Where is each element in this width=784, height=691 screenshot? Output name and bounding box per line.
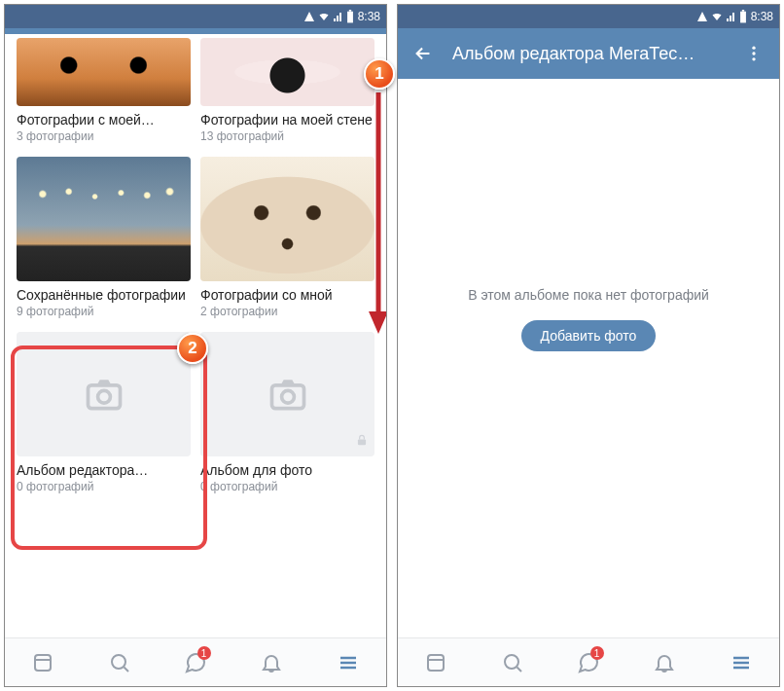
network-icon	[696, 11, 708, 22]
signal-icon	[726, 11, 737, 22]
album-title: Фотографии с моей…	[17, 112, 191, 127]
nav-feed[interactable]	[5, 638, 81, 686]
arrow-left-icon	[412, 43, 434, 64]
album-card-empty[interactable]: Альбом редактора… 0 фотографий	[17, 332, 191, 493]
nav-menu[interactable]	[703, 638, 779, 686]
nav-badge: 1	[197, 646, 211, 660]
album-count: 2 фотографии	[200, 305, 374, 318]
camera-icon	[83, 373, 125, 416]
battery-icon	[346, 10, 354, 23]
svg-rect-0	[347, 12, 353, 23]
album-card[interactable]: Фотографии со мной 2 фотографии	[200, 157, 374, 318]
album-card[interactable]: Фотографии с моей… 3 фотографии	[17, 38, 191, 143]
nav-messages[interactable]: 1	[158, 638, 233, 686]
status-bar: 8:38	[398, 5, 779, 28]
svg-rect-4	[271, 385, 303, 409]
svg-point-9	[112, 655, 125, 669]
album-title: Альбом редактора…	[17, 462, 191, 478]
album-title: Фотографии на моей стене	[200, 112, 374, 127]
empty-state: В этом альбоме пока нет фотографий Добав…	[398, 79, 779, 637]
nav-menu[interactable]	[310, 638, 386, 686]
network-icon	[303, 11, 315, 22]
svg-line-24	[517, 667, 521, 672]
status-icons	[303, 10, 354, 23]
album-title: Сохранённые фотографии	[17, 287, 191, 303]
more-vertical-icon	[744, 44, 764, 63]
svg-rect-21	[428, 655, 444, 671]
status-time: 8:38	[358, 10, 380, 23]
svg-point-3	[97, 390, 110, 403]
svg-point-23	[505, 655, 518, 669]
svg-point-20	[752, 57, 755, 60]
signal-icon	[333, 11, 344, 22]
nav-notifications[interactable]	[626, 638, 702, 686]
svg-rect-1	[348, 10, 350, 12]
bottom-nav: 1	[398, 637, 779, 686]
empty-text: В этом альбоме пока нет фотографий	[468, 287, 709, 303]
wifi-icon	[317, 11, 331, 22]
back-button[interactable]	[406, 36, 441, 71]
svg-rect-17	[741, 10, 743, 12]
page-title: Альбом редактора МегаТес…	[452, 44, 725, 64]
album-thumbnail	[200, 38, 374, 106]
svg-line-10	[124, 667, 128, 672]
phone-album-detail: 8:38 Альбом редактора МегаТес… В этом ал…	[397, 4, 780, 687]
album-count: 0 фотографий	[17, 480, 191, 493]
album-thumbnail	[200, 157, 374, 281]
lock-icon	[355, 433, 369, 451]
battery-icon	[739, 10, 747, 23]
album-title: Альбом для фото	[200, 462, 374, 478]
annotation-marker-1: 1	[364, 58, 395, 90]
svg-rect-7	[35, 655, 51, 671]
nav-notifications[interactable]	[233, 638, 309, 686]
annotation-marker-2: 2	[177, 333, 208, 364]
album-card-empty[interactable]: Альбом для фото 0 фотографий	[200, 332, 374, 493]
svg-point-18	[752, 47, 755, 50]
add-photo-button[interactable]: Добавить фото	[521, 320, 657, 351]
album-count: 0 фотографий	[200, 480, 374, 493]
more-button[interactable]	[736, 36, 771, 71]
status-icons	[696, 10, 747, 23]
svg-rect-6	[358, 439, 366, 445]
album-count: 13 фотографий	[200, 129, 374, 143]
album-card[interactable]: Фотографии на моей стене 13 фотографий	[200, 38, 374, 143]
svg-marker-15	[369, 311, 387, 334]
album-count: 3 фотографии	[17, 129, 191, 143]
album-title: Фотографии со мной	[200, 287, 374, 303]
camera-icon	[267, 373, 309, 416]
album-count: 9 фотографий	[17, 305, 191, 318]
album-thumbnail	[17, 157, 191, 281]
svg-point-5	[281, 390, 294, 403]
svg-rect-16	[740, 12, 746, 23]
svg-rect-2	[88, 385, 120, 409]
svg-point-19	[752, 52, 755, 55]
status-time: 8:38	[751, 10, 773, 23]
nav-badge: 1	[590, 646, 604, 660]
album-thumbnail-empty	[17, 332, 191, 456]
nav-messages[interactable]: 1	[551, 638, 626, 686]
status-bar: 8:38	[5, 5, 386, 28]
annotation-arrow	[367, 92, 387, 336]
album-card[interactable]: Сохранённые фотографии 9 фотографий	[17, 157, 191, 318]
nav-search[interactable]	[474, 638, 550, 686]
nav-feed[interactable]	[398, 638, 474, 686]
wifi-icon	[710, 11, 724, 22]
header-bar: Альбом редактора МегаТес…	[398, 28, 779, 79]
bottom-nav: 1	[5, 637, 386, 686]
nav-search[interactable]	[81, 638, 157, 686]
album-thumbnail-empty	[200, 332, 374, 456]
album-thumbnail	[17, 38, 191, 106]
